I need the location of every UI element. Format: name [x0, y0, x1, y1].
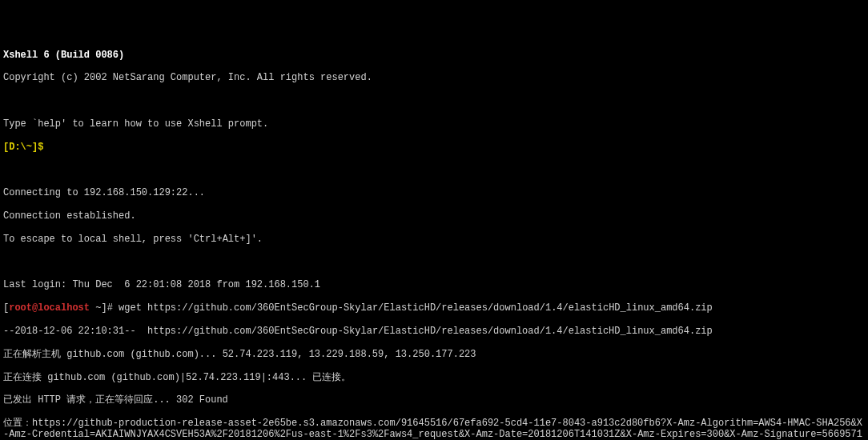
xshell-prompt-symbol: $ — [38, 142, 43, 153]
connecting-line: Connecting to 192.168.150.129:22... — [3, 187, 865, 198]
wget-command[interactable]: wget https://github.com/360EntSecGroup-S… — [119, 302, 713, 314]
timestamp-1: --2018-12-06 22:10:31-- https://github.c… — [3, 326, 865, 337]
http-request-1: 已发出 HTTP 请求，正在等待回应... 302 Found — [3, 394, 865, 406]
escape-hint: To escape to local shell, press 'Ctrl+Al… — [3, 234, 865, 245]
connecting-host-1: 正在连接 github.com (github.com)|52.74.223.1… — [3, 372, 865, 383]
resolving-host-1: 正在解析主机 github.com (github.com)... 52.74.… — [3, 349, 865, 360]
last-login: Last login: Thu Dec 6 22:01:08 2018 from… — [3, 279, 865, 290]
connection-established: Connection established. — [3, 210, 865, 222]
copyright: Copyright (c) 2002 NetSarang Computer, I… — [3, 72, 865, 83]
xshell-prompt-path: [D:\~] — [3, 142, 38, 153]
location-line: 位置：https://github-production-release-ass… — [3, 418, 865, 440]
app-title: Xshell 6 (Build 0086) — [3, 50, 865, 61]
shell-prompt: [root@localhost ~]# — [3, 302, 113, 314]
help-hint: Type `help' to learn how to use Xshell p… — [3, 118, 865, 130]
